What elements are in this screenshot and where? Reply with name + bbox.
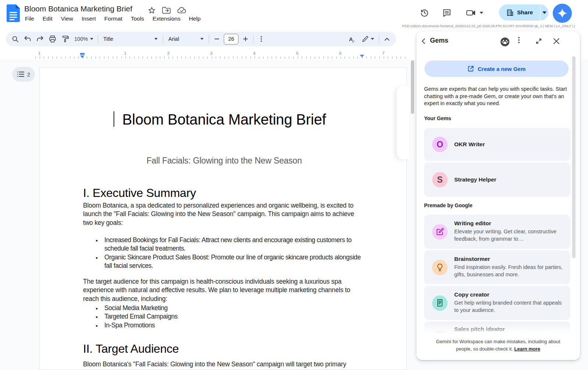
font-size-input[interactable]: 26 [224, 34, 239, 44]
hide-menus-icon[interactable] [381, 33, 393, 45]
document-tabs-toggle[interactable]: 2 [12, 67, 35, 82]
move-to-folder-icon[interactable] [162, 6, 171, 14]
disclaimer-text: Gemini for Workspace can make mistakes, … [436, 339, 560, 352]
menu-help[interactable]: Help [189, 15, 201, 22]
version-history-icon[interactable] [420, 8, 429, 18]
share-dropdown-button[interactable] [541, 11, 548, 14]
undo-icon[interactable] [21, 33, 34, 45]
font-value: Arial [168, 36, 179, 42]
paragraph-style-select[interactable]: Title [100, 36, 161, 42]
paw-experiment-icon[interactable] [500, 37, 510, 47]
gem-card-copy-creator[interactable]: Copy creator Get help writing branded co… [424, 286, 570, 320]
document-icon [437, 299, 443, 307]
left-indent-marker[interactable] [80, 55, 85, 58]
create-new-gem-label: Create a new Gem [478, 66, 526, 72]
gem-card-okr-writer[interactable]: O OKR Writer [424, 128, 570, 161]
share-label: Share [517, 9, 533, 16]
gem-description: Get help writing branded content that ap… [454, 299, 564, 314]
chevron-down-icon [480, 12, 483, 14]
menu-extensions[interactable]: Extensions [153, 15, 180, 22]
menu-bar: File Edit View Insert Format Tools Exten… [25, 15, 201, 22]
toolbar-separator [209, 35, 209, 43]
doc-heading-1[interactable]: I. Executive Summary [83, 186, 196, 200]
gemini-disclaimer-text: Gemini for Workspace can make mistakes, … [431, 338, 565, 353]
meet-video-call-button[interactable] [466, 8, 483, 18]
decrease-font-size-button[interactable] [211, 33, 223, 45]
first-line-indent-marker[interactable] [80, 53, 85, 55]
doc-paragraph[interactable]: Bloom Botanica, a spa dedicated to perso… [83, 201, 365, 227]
gems-panel-footer: Gemini for Workspace can make mistakes, … [416, 323, 580, 360]
more-toolbar-options-icon[interactable] [255, 33, 268, 45]
share-button[interactable]: Share [499, 4, 548, 21]
gem-avatar [432, 295, 448, 311]
paint-format-icon[interactable] [59, 33, 71, 45]
menu-format[interactable]: Format [104, 15, 122, 22]
gems-panel-title: Gems [430, 37, 448, 44]
expand-panel-icon[interactable] [535, 37, 543, 45]
gems-panel-header: Gems [416, 31, 580, 52]
tab-count: 2 [27, 71, 30, 78]
create-new-gem-button[interactable]: Create a new Gem [424, 61, 569, 77]
doc-bullet-list[interactable]: Increased Bookings for Fall Facials: Att… [83, 236, 365, 270]
doc-heading-1[interactable]: II. Target Audience [83, 342, 179, 356]
gem-avatar [432, 260, 448, 275]
pen-icon [362, 36, 368, 42]
font-select[interactable]: Arial [165, 36, 207, 42]
redo-icon[interactable] [34, 33, 46, 45]
document-title[interactable]: Bloom Botanica Marketing Brief [24, 4, 132, 13]
gem-card-brainstormer[interactable]: Brainstormer Find inspiration easily. Fr… [424, 250, 570, 284]
back-icon[interactable] [420, 37, 427, 45]
gem-description: Elevate your writing. Get clear, constru… [454, 228, 564, 243]
doc-bullet-item[interactable]: Social Media Marketing [83, 304, 365, 312]
spelling-grammar-check-icon[interactable]: A✓ [344, 33, 358, 45]
learn-more-link[interactable]: Learn more [514, 346, 540, 352]
cloud-saved-icon[interactable] [177, 6, 187, 14]
doc-paragraph[interactable]: The target audience for this campaign is… [83, 277, 365, 303]
search-menus-icon[interactable] [9, 33, 21, 45]
increase-font-size-button[interactable] [239, 33, 252, 45]
gem-avatar: S [432, 172, 448, 187]
ruler-label: 1 [124, 51, 126, 55]
google-docs-logo-icon[interactable] [7, 4, 20, 22]
gem-card-strategy-helper[interactable]: S Strategy Helper [424, 162, 570, 197]
menu-file[interactable]: File [25, 15, 34, 22]
gems-panel-scrollbar-thumb[interactable] [572, 56, 576, 258]
panel-more-options-icon[interactable] [518, 37, 520, 43]
menu-tools[interactable]: Tools [131, 15, 144, 22]
doc-bullet-item[interactable]: Targeted Email Campaigns [83, 312, 365, 321]
doc-bullet-item[interactable]: In-Spa Promotions [83, 321, 365, 330]
doc-bullet-item[interactable]: Organic Skincare Product Sales Boost: Pr… [83, 253, 365, 270]
zoom-select[interactable]: 100% [71, 36, 96, 42]
organization-icon [506, 9, 513, 16]
right-indent-marker[interactable] [360, 55, 364, 57]
gem-name: Writing editor [454, 220, 491, 227]
close-icon[interactable] [552, 37, 560, 45]
doc-paragraph[interactable]: Bloom Botanica's "Fall Facials: Glowing … [83, 360, 365, 369]
lightbulb-icon [436, 263, 444, 272]
toolbar-separator [98, 35, 98, 43]
gem-card-writing-editor[interactable]: Writing editor Elevate your writing. Get… [424, 215, 570, 249]
gem-name: Strategy Helper [454, 176, 496, 183]
editing-mode-button[interactable] [358, 33, 377, 45]
doc-subtitle[interactable]: Fall Facials: Glowing into the New Seaso… [83, 156, 365, 166]
document-page[interactable]: Bloom Botanica Marketing Brief Fall Faci… [39, 67, 407, 370]
doc-bullet-item[interactable]: Increased Bookings for Fall Facials: Att… [83, 236, 365, 253]
document-scrollbar-thumb[interactable] [411, 60, 414, 114]
doc-heading-title[interactable]: Bloom Botanica Marketing Brief [83, 111, 365, 128]
toolbar-separator [163, 35, 163, 43]
menu-insert[interactable]: Insert [82, 15, 96, 22]
gem-name: Brainstormer [454, 256, 490, 262]
print-icon[interactable] [46, 33, 59, 45]
gemini-spark-button[interactable] [553, 4, 572, 23]
zoom-value: 100% [74, 36, 88, 42]
chevron-down-icon [90, 38, 93, 40]
comment-icon[interactable] [442, 8, 452, 18]
menu-view[interactable]: View [61, 15, 73, 22]
menu-edit[interactable]: Edit [43, 15, 53, 22]
doc-bullet-list[interactable]: Social Media Marketing Targeted Email Ca… [83, 304, 365, 330]
paragraph-style-value: Title [103, 36, 113, 42]
gem-name: Copy creator [454, 291, 490, 298]
share-button-main[interactable]: Share [499, 4, 540, 21]
star-icon[interactable] [148, 6, 156, 14]
ruler-label: 2 [167, 51, 169, 55]
